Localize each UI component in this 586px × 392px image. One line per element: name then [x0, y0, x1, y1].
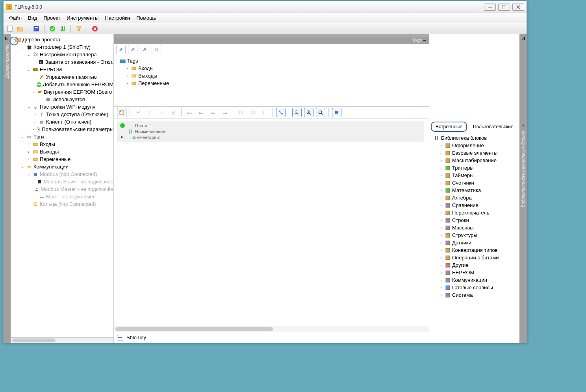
tree-node[interactable]: Кольца (Not Connected)	[12, 200, 113, 208]
lib-node[interactable]: ›Сравнение	[431, 202, 518, 209]
tree-node[interactable]: ⌄EEPROM	[12, 66, 113, 73]
tree-node[interactable]: ›Переменные	[12, 155, 113, 163]
tree-node[interactable]: ⌄Настройки WiFi модуля	[12, 103, 113, 111]
lib-node[interactable]: ›Система	[431, 291, 518, 299]
tag-btn2[interactable]	[128, 45, 137, 54]
tree-node[interactable]: ›Пользовательские параметры	[12, 126, 113, 133]
menu-view[interactable]: Вид	[26, 14, 40, 22]
tree-node[interactable]: ⌄Коммуникации	[12, 163, 113, 170]
wt-b4[interactable]: ▭	[220, 108, 230, 117]
wt-zoomin[interactable]	[304, 108, 313, 117]
wt-al3[interactable]	[260, 108, 269, 117]
tree-node[interactable]: Modbus Master - не подключён	[12, 185, 113, 193]
menu-project[interactable]: Проект	[41, 14, 63, 22]
tree-node[interactable]: ⌄Настройки контроллера	[12, 51, 113, 58]
filter-button[interactable]	[75, 25, 83, 33]
tree-node[interactable]: Управление памятью	[12, 73, 113, 81]
hsplitter-top[interactable]	[114, 34, 429, 37]
lib-node[interactable]: ›Другие	[431, 261, 518, 269]
lib-node[interactable]: ›EEPROM	[431, 269, 518, 276]
wt-zoomfit[interactable]	[316, 108, 325, 117]
tags-node[interactable]: ›Переменные	[117, 80, 426, 87]
project-tree[interactable]: Дерево проекта⌄Контроллер 1 (ShloTiny)⌄Н…	[11, 34, 113, 337]
tree-node[interactable]: Защита от зависания - Откл.	[12, 58, 113, 66]
menu-file[interactable]: Файл	[7, 14, 24, 22]
tree-node[interactable]: ›Входы	[12, 141, 113, 148]
menu-settings[interactable]: Настройки	[102, 14, 132, 22]
tags-node[interactable]: ›Входы	[117, 65, 426, 72]
collapse-lib-icon[interactable]	[521, 123, 525, 128]
wt-b2[interactable]: ▭	[197, 108, 206, 117]
tags-root[interactable]: Tags	[117, 57, 426, 65]
wt-b1[interactable]: ▭	[185, 108, 194, 117]
wt-up[interactable]: ↑	[145, 108, 154, 117]
lib-node[interactable]: ›Переключатель	[431, 209, 518, 216]
lib-node[interactable]: ›Таймеры	[431, 172, 518, 179]
wt-list[interactable]	[332, 108, 341, 117]
menu-tools[interactable]: Инструменты	[64, 14, 101, 22]
wt-b3[interactable]: ▭	[208, 108, 218, 117]
collapse-left-icon[interactable]	[5, 36, 9, 41]
tab-builtin[interactable]: Встроенные	[431, 122, 467, 132]
wt-net[interactable]	[276, 108, 286, 117]
lib-node[interactable]: ›Операции с битами	[431, 254, 518, 261]
tree-node[interactable]: Modbus Slave - не подключён	[12, 178, 113, 185]
collapse-right-icon[interactable]	[521, 36, 525, 41]
lib-node[interactable]: ›Счетчики	[431, 179, 518, 187]
plate-info[interactable]: Плата: 1 Наименование: ➤Комментарии:	[117, 121, 424, 142]
tags-collapse-icon[interactable]	[423, 39, 427, 43]
titlebar[interactable]: FLProg-6.0.0	[4, 1, 527, 13]
tree-node[interactable]: ›Выходы	[12, 148, 113, 155]
lib-node[interactable]: ›Структуры	[431, 231, 518, 239]
tree-hscroll[interactable]	[11, 337, 113, 343]
menu-help[interactable]: Помощь	[134, 14, 158, 22]
wt-cut[interactable]: ✂	[133, 108, 143, 117]
lib-node[interactable]: ›Готовые сервисы	[431, 284, 518, 291]
lib-node[interactable]: ›Оформление	[431, 142, 518, 149]
wt-al1[interactable]	[236, 108, 246, 117]
tree-node[interactable]: ›Точка доступа (Отключён)	[12, 111, 113, 118]
lib-root[interactable]: Библиотека блоков	[431, 134, 518, 142]
wt-down[interactable]: ↓	[157, 108, 166, 117]
lib-node[interactable]: ›Массивы	[431, 224, 518, 231]
wt-zoomout[interactable]	[292, 108, 302, 117]
lib-node[interactable]: ›Строки	[431, 216, 518, 224]
library-tree[interactable]: Библиотека блоков›Оформление›Базовые эле…	[429, 133, 519, 343]
minimize-button[interactable]	[484, 4, 496, 11]
work-hscroll[interactable]	[114, 326, 429, 332]
lib-node[interactable]: ›Коммуникации	[431, 276, 518, 284]
stop-button[interactable]	[91, 25, 99, 33]
open-button[interactable]	[16, 25, 24, 33]
save-button[interactable]	[32, 25, 40, 33]
tag-btn1[interactable]	[116, 45, 126, 54]
lib-node[interactable]: ›Алгебра	[431, 194, 518, 202]
tree-node[interactable]: ›Клиент (Отключён)	[12, 118, 113, 126]
tree-root[interactable]: Дерево проекта	[12, 36, 113, 43]
lib-node[interactable]: ›Базовые элементы	[431, 149, 518, 157]
tab-user[interactable]: Пользовательские	[469, 122, 518, 131]
tag-btn3[interactable]	[140, 45, 149, 54]
tree-node[interactable]: ⌄Внутренняя EEPROM (Всего байт - 512, За…	[12, 88, 113, 96]
wt-select[interactable]	[117, 108, 126, 117]
check-button[interactable]	[48, 25, 56, 33]
lib-node[interactable]: ›Математика	[431, 187, 518, 194]
tree-node[interactable]: ⌄Контроллер 1 (ShloTiny)	[12, 43, 113, 51]
lib-node[interactable]: ›Масштабирование	[431, 157, 518, 164]
tree-node[interactable]: Используется	[12, 96, 113, 103]
close-button[interactable]	[512, 4, 524, 11]
new-button[interactable]	[6, 25, 14, 33]
tag-btn-close[interactable]	[152, 45, 161, 54]
lib-node[interactable]: ›Триггеры	[431, 164, 518, 172]
tree-node[interactable]: ⌄Тэги	[12, 133, 113, 141]
maximize-button[interactable]	[498, 4, 510, 11]
lib-node[interactable]: ›Конвертация типов	[431, 246, 518, 254]
compile-button[interactable]	[59, 25, 67, 33]
lib-node[interactable]: ›Датчики	[431, 239, 518, 246]
tags-node[interactable]: ›Выходы	[117, 72, 426, 80]
tree-node[interactable]: Добавить внешнюю EEPROM	[12, 81, 113, 88]
tree-node[interactable]: ⌄Modbus (Not Connected)	[12, 170, 113, 178]
wt-copy[interactable]: ⎘	[169, 108, 178, 117]
round-toggle-button[interactable]	[10, 37, 19, 45]
wt-al2[interactable]	[248, 108, 258, 117]
tree-node[interactable]: Мост - не подключён	[12, 193, 113, 200]
